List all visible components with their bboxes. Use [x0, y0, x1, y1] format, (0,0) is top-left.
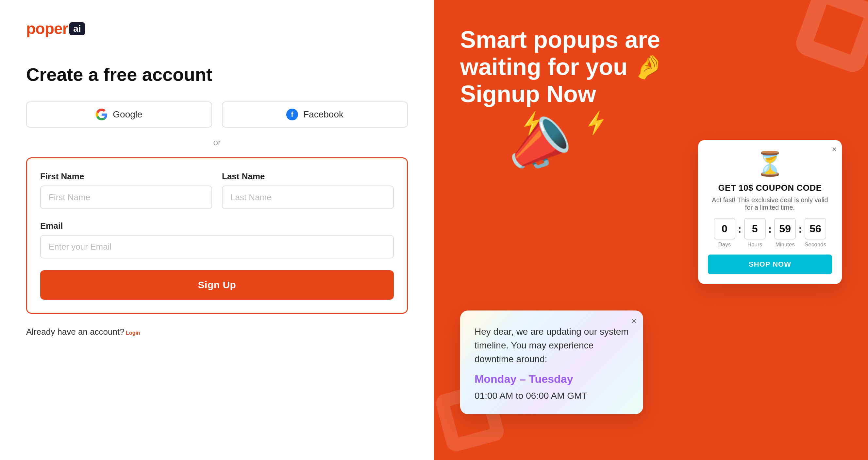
logo: poper ai: [26, 20, 408, 38]
google-btn-label: Google: [113, 109, 142, 120]
notification-time: 01:00 AM to 06:00 AM GMT: [474, 391, 629, 401]
email-label: Email: [40, 221, 394, 231]
first-name-label: First Name: [40, 171, 212, 181]
divider: or: [26, 137, 408, 148]
first-name-input[interactable]: [40, 185, 212, 209]
logo-text: poper: [26, 20, 68, 38]
shop-now-button[interactable]: SHOP NOW: [708, 255, 832, 274]
name-row: First Name Last Name: [40, 171, 394, 209]
facebook-icon: f: [286, 109, 298, 120]
last-name-group: Last Name: [222, 171, 394, 209]
megaphone-illustration: 📣 ⚡ ⚡: [499, 107, 578, 183]
notification-day: Monday – Tuesday: [474, 373, 629, 385]
countdown-minutes: 59 Minutes: [774, 218, 796, 248]
left-panel: poper ai Create a free account Google f …: [0, 0, 434, 460]
google-icon: [96, 109, 107, 120]
signup-btn-label: Sign Up: [198, 279, 236, 290]
countdown-seconds-value: 56: [805, 218, 826, 239]
right-title: Smart popups arewaiting for you 🤌Signup …: [460, 26, 842, 107]
notification-close-button[interactable]: ×: [631, 316, 637, 325]
countdown-minutes-value: 59: [774, 218, 796, 239]
popups-area: 📣 ⚡ ⚡ × Hey dear, we are updating our sy…: [460, 127, 842, 434]
social-buttons: Google f Facebook: [26, 102, 408, 127]
email-input[interactable]: [40, 235, 394, 258]
login-prompt: Already have an account? Login: [26, 327, 408, 337]
email-group: Email: [40, 221, 394, 258]
last-name-input[interactable]: [222, 185, 394, 209]
page-title: Create a free account: [26, 64, 408, 85]
right-panel: Smart popups arewaiting for you 🤌Signup …: [434, 0, 868, 460]
first-name-group: First Name: [40, 171, 212, 209]
countdown-hours-value: 5: [744, 218, 766, 239]
countdown-seconds-label: Seconds: [805, 241, 826, 248]
countdown-hours: 5 Hours: [744, 218, 766, 248]
notification-body: Hey dear, we are updating our system tim…: [474, 325, 629, 366]
countdown-days: 0 Days: [714, 218, 735, 248]
countdown-days-label: Days: [718, 241, 731, 248]
login-link[interactable]: Login: [126, 330, 140, 336]
google-button[interactable]: Google: [26, 102, 212, 127]
signup-button[interactable]: Sign Up: [40, 270, 394, 300]
notification-popup: × Hey dear, we are updating our system t…: [460, 311, 643, 414]
facebook-btn-label: Facebook: [303, 109, 343, 120]
coupon-title: GET 10$ COUPON CODE: [708, 183, 832, 193]
logo-badge: ai: [69, 22, 85, 35]
coupon-close-button[interactable]: ×: [832, 145, 837, 154]
countdown-sep-1: :: [738, 223, 742, 235]
shop-btn-label: SHOP NOW: [749, 260, 791, 268]
countdown-minutes-label: Minutes: [775, 241, 795, 248]
facebook-button[interactable]: f Facebook: [222, 102, 408, 127]
countdown-sep-3: :: [798, 223, 802, 235]
coupon-subtitle: Act fast! This exclusive deal is only va…: [708, 196, 832, 211]
countdown-sep-2: :: [768, 223, 772, 235]
signup-form: First Name Last Name Email Sign Up: [26, 157, 408, 314]
lightning-icon-2: ⚡: [581, 109, 611, 137]
login-prompt-text: Already have an account?: [26, 327, 125, 337]
coupon-hourglass-icon: ⏳: [708, 150, 832, 178]
countdown-days-value: 0: [714, 218, 735, 239]
countdown-seconds: 56 Seconds: [805, 218, 826, 248]
lightning-icon-1: ⚡: [517, 109, 547, 138]
coupon-popup: × ⏳ GET 10$ COUPON CODE Act fast! This e…: [698, 140, 842, 284]
last-name-label: Last Name: [222, 171, 394, 181]
countdown-timer: 0 Days : 5 Hours : 59 Minutes : 56 Secon…: [708, 218, 832, 248]
countdown-hours-label: Hours: [747, 241, 762, 248]
